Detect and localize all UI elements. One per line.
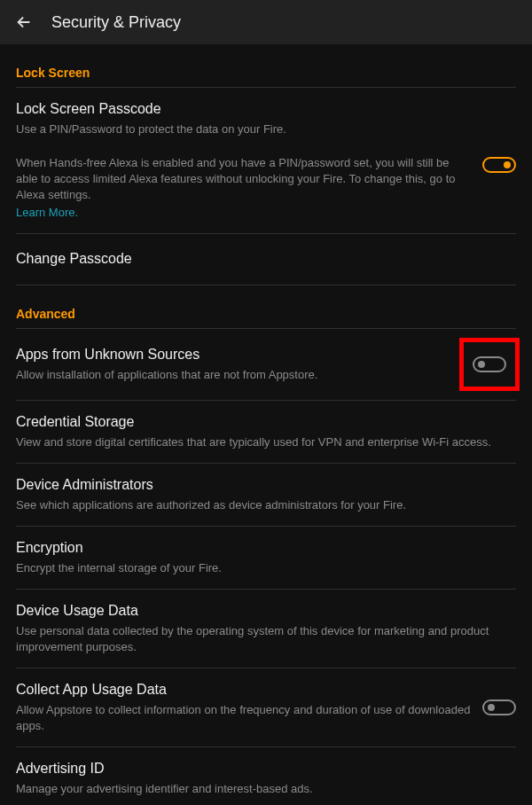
row-title: Encryption bbox=[16, 539, 516, 558]
collect-app-usage-row[interactable]: Collect App Usage Data Allow Appstore to… bbox=[16, 668, 516, 746]
highlight-annotation bbox=[459, 338, 520, 391]
row-title: Device Usage Data bbox=[16, 602, 516, 621]
unknown-sources-toggle[interactable] bbox=[473, 356, 506, 372]
row-title: Change Passcode bbox=[16, 250, 516, 269]
section-header-lock-screen: Lock Screen bbox=[16, 44, 516, 87]
row-subtitle: Encrypt the internal storage of your Fir… bbox=[16, 560, 516, 576]
row-subtitle: Allow Appstore to collect information on… bbox=[16, 702, 472, 734]
row-subtitle: Allow installation of applications that … bbox=[16, 367, 452, 383]
row-title: Collect App Usage Data bbox=[16, 681, 472, 699]
row-subtitle: See which applications are authorized as… bbox=[16, 497, 516, 513]
section-header-advanced: Advanced bbox=[16, 285, 516, 328]
encryption-row[interactable]: Encryption Encrypt the internal storage … bbox=[16, 527, 516, 589]
change-passcode-row[interactable]: Change Passcode bbox=[16, 234, 516, 285]
device-usage-row[interactable]: Device Usage Data Use personal data coll… bbox=[16, 590, 516, 668]
page-title: Security & Privacy bbox=[51, 13, 181, 32]
lock-screen-passcode-toggle[interactable] bbox=[482, 157, 516, 173]
lock-screen-passcode-row[interactable]: Lock Screen Passcode Use a PIN/Password … bbox=[16, 88, 516, 150]
collect-app-usage-toggle[interactable] bbox=[482, 699, 516, 715]
row-title: Apps from Unknown Sources bbox=[16, 346, 452, 364]
row-title: Lock Screen Passcode bbox=[16, 100, 516, 119]
row-subtitle: View and store digital certificates that… bbox=[16, 434, 516, 450]
alexa-note-text: When Hands-free Alexa is enabled and you… bbox=[16, 155, 472, 204]
row-subtitle: Use a PIN/Password to protect the data o… bbox=[16, 121, 516, 137]
advertising-id-row[interactable]: Advertising ID Manage your advertising i… bbox=[16, 747, 516, 805]
row-subtitle: Manage your advertising identifier and i… bbox=[16, 781, 516, 797]
row-subtitle: Use personal data collected by the opera… bbox=[16, 623, 516, 655]
back-arrow-icon[interactable] bbox=[14, 12, 34, 32]
learn-more-link[interactable]: Learn More. bbox=[16, 204, 472, 222]
alexa-note-row: When Hands-free Alexa is enabled and you… bbox=[16, 150, 516, 233]
row-title: Device Administrators bbox=[16, 476, 516, 495]
header-bar: Security & Privacy bbox=[0, 0, 532, 44]
unknown-sources-row[interactable]: Apps from Unknown Sources Allow installa… bbox=[16, 329, 516, 400]
row-title: Credential Storage bbox=[16, 413, 516, 432]
content-area: Lock Screen Lock Screen Passcode Use a P… bbox=[0, 44, 532, 805]
device-administrators-row[interactable]: Device Administrators See which applicat… bbox=[16, 464, 516, 526]
row-title: Advertising ID bbox=[16, 760, 516, 778]
credential-storage-row[interactable]: Credential Storage View and store digita… bbox=[16, 401, 516, 463]
